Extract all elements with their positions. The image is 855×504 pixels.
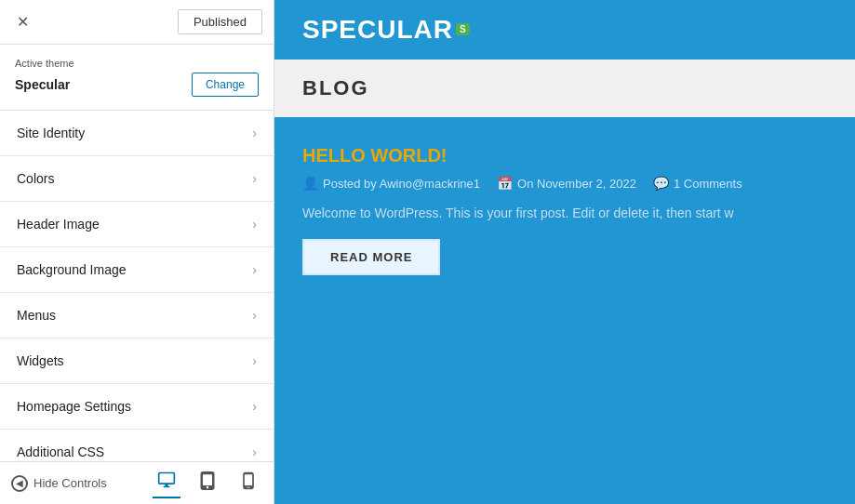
nav-item-homepage-settings[interactable]: Homepage Settings › (0, 384, 274, 430)
bottom-bar: ◀ Hide Controls (0, 461, 274, 504)
nav-item-widgets[interactable]: Widgets › (0, 338, 274, 384)
panel-scroll-area: Active theme Specular Change Site Identi… (0, 45, 274, 461)
site-title-badge: S (456, 23, 470, 35)
chevron-right-icon: › (252, 399, 257, 414)
nav-item-background-image-label: Background Image (17, 262, 127, 277)
meta-comments: 💬 1 Comments (653, 176, 742, 191)
nav-item-header-image-label: Header Image (17, 217, 100, 232)
nav-item-homepage-settings-label: Homepage Settings (17, 399, 131, 414)
site-header: SPECULARS (274, 0, 855, 60)
published-button[interactable]: Published (178, 9, 262, 34)
active-theme-section: Active theme Specular Change (0, 45, 274, 111)
mobile-icon (239, 471, 258, 490)
chevron-right-icon: › (252, 217, 257, 232)
blog-title: BLOG (302, 76, 827, 100)
nav-item-additional-css[interactable]: Additional CSS › (0, 430, 274, 461)
active-theme-label: Active theme (15, 58, 259, 69)
chevron-right-icon: › (252, 126, 257, 140)
desktop-icon (157, 471, 176, 489)
top-bar: ✕ Published (0, 0, 274, 45)
post-excerpt: Welcome to WordPress. This is your first… (302, 206, 827, 220)
blog-header: BLOG (274, 60, 855, 117)
meta-comments-text: 1 Comments (674, 177, 742, 191)
nav-item-colors-label: Colors (17, 171, 54, 186)
nav-item-menus[interactable]: Menus › (0, 293, 274, 338)
date-icon: 📅 (497, 176, 513, 191)
nav-item-menus-label: Menus (17, 308, 56, 323)
chevron-right-icon: › (252, 308, 257, 323)
nav-item-site-identity[interactable]: Site Identity › (0, 111, 274, 156)
device-mobile-button[interactable] (234, 469, 262, 497)
site-title: SPECULAR (302, 15, 453, 44)
chevron-right-icon: › (252, 262, 257, 277)
comments-icon: 💬 (653, 176, 669, 191)
hide-controls-label: Hide Controls (33, 476, 107, 490)
close-button[interactable]: ✕ (11, 9, 34, 34)
nav-item-header-image[interactable]: Header Image › (0, 202, 274, 247)
author-icon: 👤 (302, 176, 318, 191)
device-tablet-button[interactable] (194, 469, 221, 497)
customizer-panel: ✕ Published Active theme Specular Change… (0, 0, 274, 504)
preview-panel: SPECULARS BLOG HELLO WORLD! 👤 Posted by … (274, 0, 855, 504)
tablet-icon (198, 471, 217, 490)
theme-row: Specular Change (15, 73, 259, 97)
device-desktop-button[interactable] (153, 468, 180, 498)
meta-date-text: On November 2, 2022 (517, 177, 636, 191)
chevron-right-icon: › (252, 353, 257, 368)
post-meta: 👤 Posted by Awino@mackrine1 📅 On Novembe… (302, 176, 827, 191)
hide-controls-button[interactable]: ◀ Hide Controls (11, 475, 140, 492)
chevron-right-icon: › (252, 444, 257, 459)
change-theme-button[interactable]: Change (192, 73, 259, 97)
nav-item-background-image[interactable]: Background Image › (0, 247, 274, 293)
site-title-wrapper: SPECULARS (302, 15, 470, 45)
nav-item-additional-css-label: Additional CSS (17, 444, 104, 459)
nav-list: Site Identity › Colors › Header Image › … (0, 111, 274, 461)
meta-author-text: Posted by Awino@mackrine1 (323, 177, 480, 191)
chevron-right-icon: › (252, 171, 257, 186)
main-content: HELLO WORLD! 👤 Posted by Awino@mackrine1… (274, 117, 855, 504)
post-title: HELLO WORLD! (302, 145, 827, 166)
hide-controls-icon: ◀ (11, 475, 28, 492)
theme-name: Specular (15, 77, 70, 92)
meta-date: 📅 On November 2, 2022 (497, 176, 636, 191)
nav-item-widgets-label: Widgets (17, 353, 64, 368)
nav-item-colors[interactable]: Colors › (0, 156, 274, 202)
meta-author: 👤 Posted by Awino@mackrine1 (302, 176, 480, 191)
nav-item-site-identity-label: Site Identity (17, 126, 85, 140)
read-more-button[interactable]: READ MORE (302, 239, 440, 275)
